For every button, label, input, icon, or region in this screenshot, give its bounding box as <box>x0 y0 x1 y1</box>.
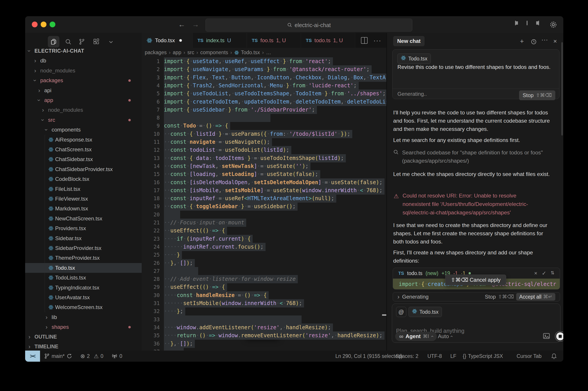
stop-send-button[interactable] <box>555 331 563 342</box>
code-line-14[interactable]: 14··const·[newTask,·setNewTask]·=·useSta… <box>142 162 386 170</box>
tree-item-components[interactable]: ›components <box>25 125 142 135</box>
breadcrumb-item-app[interactable]: app <box>173 50 181 56</box>
tree-item-chatsidebar-tsx[interactable]: ChatSidebar.tsx <box>25 154 142 164</box>
close-window-button[interactable] <box>32 21 38 27</box>
code-line-10[interactable]: 10··const·{·listId·}·=·useParams({·from:… <box>142 130 386 138</box>
code-line-18[interactable]: 18··const·inputRef·=·useRef<HTMLTextArea… <box>142 195 386 203</box>
remote-indicator[interactable]: >< <box>25 351 40 362</box>
cancel-apply-tooltip[interactable]: ⇧⌘⌫ Cancel apply <box>445 275 506 285</box>
tree-item-node-modules[interactable]: ›node_modules <box>25 105 142 115</box>
cursor-tab-item[interactable]: Cursor Tab <box>517 351 542 362</box>
code-line-36[interactable]: 36··},·[]); <box>142 340 386 348</box>
split-editor-icon[interactable] <box>361 37 368 44</box>
chat-input-card[interactable]: @ Todo.tsx Plan, search, build anything … <box>392 303 561 343</box>
code-line-15[interactable]: 15··const·[loading,·setLoading]·=·useSta… <box>142 170 386 178</box>
tree-item-shapes[interactable]: ›shapes <box>25 322 142 332</box>
code-line-35[interactable]: 35····return·()·=>·window.removeEventLis… <box>142 331 386 340</box>
code-line-26[interactable]: 26··},·[]); <box>142 259 386 267</box>
code-line-20[interactable]: 20 <box>142 211 386 219</box>
model-auto-dropdown[interactable]: Auto › <box>438 332 452 341</box>
reject-icon[interactable]: × <box>534 270 537 276</box>
tree-item-themeprovider-tsx[interactable]: ThemeProvider.tsx <box>25 253 142 263</box>
tree-item-chatsidebarprovider-tsx[interactable]: ChatSidebarProvider.tsx <box>25 164 142 174</box>
code-line-9[interactable]: 9const·Todo·=·()·=>·{ <box>142 122 386 130</box>
add-context-button[interactable]: @ <box>396 307 406 317</box>
disclosure-chevron-icon[interactable]: › <box>397 293 399 300</box>
code-line-32[interactable]: 32····}; <box>142 307 386 315</box>
cursor-position-item[interactable]: Ln 290, Col 1 (9155 selected) <box>335 351 403 362</box>
tree-item-node-modules[interactable]: ›node_modules <box>25 66 142 76</box>
tab-todo-tsx[interactable]: Todo.tsx <box>142 33 193 48</box>
code-line-19[interactable]: 19··const·{·toggleSidebar·}·=·useSidebar… <box>142 202 386 211</box>
tree-item-markdown-tsx[interactable]: Markdown.tsx <box>25 204 142 213</box>
code-line-21[interactable]: 21··//·Focus·input·on·mount <box>142 219 386 227</box>
forward-arrow-icon[interactable]: → <box>192 20 199 29</box>
sidebar-section-outline[interactable]: ›OUTLINE <box>25 332 142 342</box>
code-line-34[interactable]: 34····window.addEventListener('resize',·… <box>142 323 386 332</box>
code-line-5[interactable]: 5import·{·useTodoList,·useTodoItemsShape… <box>142 90 386 98</box>
new-chat-icon[interactable]: + <box>520 38 524 45</box>
tree-item-todolists-tsx[interactable]: TodoLists.tsx <box>25 273 142 283</box>
tree-item-packages[interactable]: ›packages <box>25 76 142 85</box>
tree-item-codeblock-tsx[interactable]: CodeBlock.tsx <box>25 174 142 184</box>
tree-item-fileviewer-tsx[interactable]: FileViewer.tsx <box>25 194 142 204</box>
code-line-16[interactable]: 16··const·[isDeleteModalOpen,·setIsDelet… <box>142 178 386 187</box>
tree-item-useravatar-tsx[interactable]: UserAvatar.tsx <box>25 293 142 302</box>
attach-image-icon[interactable] <box>543 333 550 339</box>
tree-item-typingindicator-tsx[interactable]: TypingIndicator.tsx <box>25 283 142 293</box>
command-center-search[interactable]: electric-ai-chat <box>205 19 412 32</box>
tab-foo-ts[interactable]: TSfoo.ts1, U <box>247 33 301 48</box>
toggle-panel-button[interactable] <box>527 21 535 28</box>
indentation-item[interactable]: Spaces: 2 <box>396 351 418 362</box>
tab-todo-ts[interactable]: TStodo.ts1, U <box>301 33 355 48</box>
breadcrumb-item-packages[interactable]: packages <box>145 50 166 56</box>
code-line-17[interactable]: 17··const·[isMobile,·setIsMobile]·=·useS… <box>142 186 386 195</box>
code-line-33[interactable]: 33 <box>142 315 386 324</box>
tree-item-sidebarprovider-tsx[interactable]: SidebarProvider.tsx <box>25 243 142 253</box>
expand-icon[interactable]: ⇅ <box>551 270 554 276</box>
tree-item-electric-ai-chat[interactable]: ›ELECTRIC-AI-CHAT <box>25 46 142 56</box>
tree-item-lib[interactable]: ›lib <box>25 312 142 322</box>
accept-all-button[interactable]: Accept all ⌘↵ <box>516 293 555 300</box>
chat-more-icon[interactable]: ··· <box>541 36 548 43</box>
git-branch-item[interactable]: main* <box>44 351 72 362</box>
tree-item-welcomescreen-tsx[interactable]: WelcomeScreen.tsx <box>25 302 142 312</box>
code-line-12[interactable]: 12··const·todoList·=·useTodoList(listId)… <box>142 146 386 154</box>
code-editor[interactable]: ⊗ Cancel 1import·{·useState,·useRef,·use… <box>142 57 386 351</box>
tree-item-airesponse-tsx[interactable]: AiResponse.tsx <box>25 135 142 145</box>
history-icon[interactable] <box>531 39 537 45</box>
more-actions-icon[interactable]: ··· <box>373 37 381 44</box>
tool-call-search[interactable]: Searched codebase for "shape definition … <box>393 148 549 165</box>
problems-item[interactable]: ⊗ 2 ⚠ 0 <box>80 351 103 362</box>
breadcrumb-item-todo-tsx[interactable]: Todo.tsx <box>234 50 260 56</box>
tree-item-sidebar-tsx[interactable]: Sidebar.tsx <box>25 233 142 243</box>
ports-item[interactable]: 0 <box>111 351 122 362</box>
toggle-primary-sidebar-button[interactable] <box>515 21 524 28</box>
tree-item-api[interactable]: ›api <box>25 86 142 95</box>
breadcrumb-item--[interactable]: … <box>266 50 271 56</box>
code-line-4[interactable]: 4import·{·Trash2,·SendHorizontal,·Menu·}… <box>142 82 386 90</box>
back-arrow-icon[interactable]: ← <box>178 20 185 29</box>
code-line-23[interactable]: 23····if·(inputRef.current)·{ <box>142 235 386 243</box>
code-line-1[interactable]: 1import·{·useState,·useRef,·useEffect·}·… <box>142 57 386 66</box>
code-line-2[interactable]: 2import·{·useNavigate,·useParams·}·from·… <box>142 65 386 74</box>
zoom-window-button[interactable] <box>50 21 55 27</box>
toggle-secondary-sidebar-button[interactable] <box>538 21 547 28</box>
tree-item-todo-tsx[interactable]: Todo.tsx <box>25 263 142 273</box>
apply-file-name[interactable]: todo.ts <box>407 270 423 276</box>
code-line-30[interactable]: 30····const·handleResize·=·()·=>·{ <box>142 291 386 299</box>
tree-item-filelist-tsx[interactable]: FileList.tsx <box>25 184 142 194</box>
code-line-3[interactable]: 3import·{·Flex,·Text,·Button,·IconButton… <box>142 74 386 82</box>
chat-scrollbar-thumb[interactable] <box>561 42 563 135</box>
tab-index-ts[interactable]: TSindex.tsU <box>193 33 247 48</box>
tree-item-chatscreen-tsx[interactable]: ChatScreen.tsx <box>25 145 142 154</box>
chat-close-icon[interactable]: × <box>553 38 557 45</box>
encoding-item[interactable]: UTF-8 <box>428 351 442 362</box>
code-line-31[interactable]: 31······setIsMobile(window.innerWidth·<·… <box>142 299 386 307</box>
minimize-window-button[interactable] <box>41 21 46 27</box>
code-line-27[interactable]: 27 <box>142 267 386 275</box>
apply-stop-button[interactable]: Stop <box>485 294 496 300</box>
language-mode-item[interactable]: {} TypeScript JSX <box>463 351 503 362</box>
tree-item-src[interactable]: ›src <box>25 115 142 125</box>
code-line-28[interactable]: 28··//·Add·event·listener·for·window·res… <box>142 275 386 283</box>
